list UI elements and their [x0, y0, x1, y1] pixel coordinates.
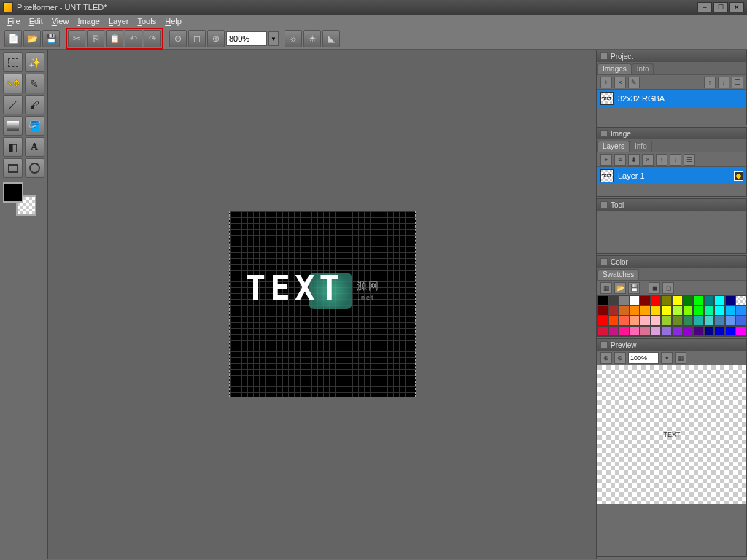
preview-zoom-in-icon[interactable]: ⊕ [600, 352, 612, 364]
text-tool[interactable]: A [25, 137, 44, 157]
color-swatch[interactable] [661, 316, 672, 326]
color-swatch[interactable] [630, 326, 640, 336]
menu-view[interactable]: View [47, 16, 74, 26]
color-swatch[interactable] [640, 316, 651, 326]
collapse-icon[interactable] [600, 130, 608, 137]
preview-zoom-out-icon[interactable]: ⊖ [614, 352, 626, 364]
color-swatch[interactable] [683, 306, 694, 316]
menu-layer[interactable]: Layer [104, 16, 133, 26]
menu-help[interactable]: Help [160, 16, 186, 26]
zoom-fit-button[interactable]: ◻ [188, 30, 206, 47]
menu-edit[interactable]: Edit [25, 16, 47, 26]
color-swatch[interactable] [693, 306, 704, 316]
color-swatch[interactable] [735, 326, 746, 336]
color-swatch[interactable] [640, 326, 651, 336]
layer-up-icon[interactable]: ↑ [656, 154, 667, 166]
swatch-save-icon[interactable]: 💾 [628, 282, 640, 294]
color-swatch[interactable] [608, 316, 619, 326]
ellipse-shape-tool[interactable] [25, 158, 44, 178]
layer-dup-icon[interactable]: ≡ [614, 154, 626, 166]
color-swatch[interactable] [630, 306, 640, 316]
swatch-grid-icon[interactable]: ▦ [600, 282, 612, 294]
undo-button[interactable]: ↶ [125, 30, 142, 47]
zoom-level-field[interactable]: 800% [226, 31, 267, 46]
preview-zoom-caret[interactable]: ▾ [661, 352, 673, 364]
redo-button[interactable]: ↷ [144, 30, 161, 47]
tab-layers[interactable]: Layers [597, 141, 630, 152]
color-swatch[interactable] [597, 326, 608, 336]
color-swatch[interactable] [630, 316, 640, 326]
magic-wand-tool[interactable]: ✨ [25, 52, 44, 72]
zoom-in-button[interactable]: ⊕ [207, 30, 225, 47]
sun-button[interactable]: ☀ [303, 30, 321, 47]
paste-button[interactable]: 📋 [106, 30, 123, 47]
color-swatch[interactable] [640, 295, 651, 306]
color-swatch[interactable] [651, 326, 662, 336]
swatch-del-icon[interactable]: ◻ [662, 282, 674, 294]
project-down-icon[interactable]: ↓ [718, 77, 729, 88]
zoom-dropdown-button[interactable]: ▼ [268, 31, 279, 46]
color-swatch[interactable] [651, 295, 662, 306]
color-swatch[interactable] [693, 316, 704, 326]
brightness-button[interactable]: ☼ [285, 30, 302, 47]
zoom-out-button[interactable]: ⊖ [169, 30, 187, 47]
maximize-button[interactable]: ☐ [713, 2, 728, 12]
layer-down-icon[interactable]: ↓ [670, 154, 681, 166]
project-tool-icon[interactable]: ✎ [628, 77, 640, 88]
new-file-button[interactable]: 📄 [4, 30, 22, 47]
color-selector[interactable] [3, 182, 36, 216]
color-swatch[interactable] [725, 306, 736, 316]
color-swatch[interactable] [651, 306, 662, 316]
canvas[interactable]: TEXT 源网 .net [229, 211, 416, 397]
color-swatch[interactable] [683, 316, 694, 326]
project-add-icon[interactable]: + [600, 77, 612, 88]
color-swatch[interactable] [683, 326, 694, 336]
canvas-viewport[interactable]: TEXT 源网 .net [48, 50, 596, 559]
swatch-add-icon[interactable]: ◼ [649, 282, 660, 294]
menu-tools[interactable]: Tools [133, 16, 161, 26]
gradient-tool[interactable] [3, 116, 23, 136]
layer-del-icon[interactable]: × [642, 154, 654, 166]
rect-select-tool[interactable] [3, 52, 23, 72]
color-swatch[interactable] [661, 306, 672, 316]
color-swatch[interactable] [704, 306, 715, 316]
foreground-color[interactable] [3, 182, 23, 203]
collapse-icon[interactable] [600, 341, 608, 349]
color-swatch[interactable] [630, 295, 640, 306]
color-swatch[interactable] [661, 326, 672, 336]
color-swatch[interactable] [608, 306, 619, 316]
copy-button[interactable]: ⎘ [87, 30, 104, 47]
project-up-icon[interactable]: ↑ [704, 77, 716, 88]
menu-file[interactable]: File [3, 16, 25, 26]
color-swatch[interactable] [714, 326, 725, 336]
eraser-tool[interactable]: ◧ [3, 137, 23, 157]
color-swatch[interactable] [714, 316, 725, 326]
color-swatch[interactable] [714, 295, 725, 306]
collapse-icon[interactable] [600, 258, 608, 265]
color-swatch[interactable] [608, 326, 619, 336]
color-swatch[interactable] [672, 316, 683, 326]
color-swatch[interactable] [608, 295, 619, 306]
color-swatch[interactable] [640, 306, 651, 316]
color-swatch[interactable] [704, 326, 715, 336]
color-swatch[interactable] [693, 326, 704, 336]
color-swatch[interactable] [597, 316, 608, 326]
layer-merge-icon[interactable]: ⬇ [628, 154, 640, 166]
color-swatch[interactable] [619, 316, 630, 326]
color-swatch[interactable] [704, 316, 715, 326]
color-swatch[interactable] [619, 326, 630, 336]
color-swatch[interactable] [704, 295, 715, 306]
color-swatch[interactable] [672, 306, 683, 316]
preview-checker-icon[interactable]: ▦ [675, 352, 686, 364]
color-swatch[interactable] [661, 295, 672, 306]
color-swatch[interactable] [725, 316, 736, 326]
color-swatch[interactable] [597, 295, 608, 306]
color-swatch[interactable] [683, 295, 694, 306]
open-file-button[interactable]: 📂 [23, 30, 41, 47]
layer-visibility-icon[interactable] [734, 171, 743, 181]
collapse-icon[interactable] [600, 52, 608, 60]
color-swatch[interactable] [672, 295, 683, 306]
layer-add-icon[interactable]: + [600, 154, 612, 166]
preview-zoom-field[interactable]: 100% [628, 352, 659, 364]
save-file-button[interactable]: 💾 [42, 30, 60, 47]
